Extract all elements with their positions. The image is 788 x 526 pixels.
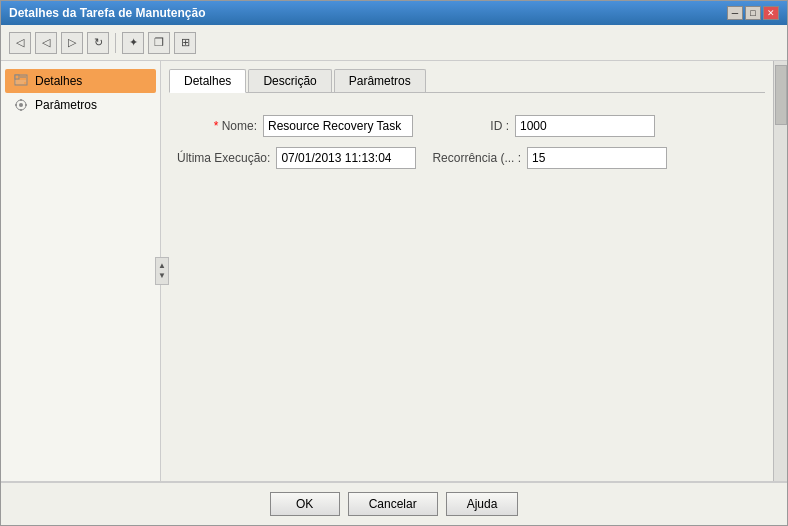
toolbar-action2-button[interactable]: ❐	[148, 32, 170, 54]
toolbar-back2-button[interactable]: ◁	[35, 32, 57, 54]
scrollbar-thumb	[775, 65, 787, 125]
svg-point-6	[19, 103, 23, 107]
main-window: Detalhes da Tarefa de Manutenção ─ □ ✕ ◁…	[0, 0, 788, 526]
help-button[interactable]: Ajuda	[446, 492, 519, 516]
sidebar-item-detalhes[interactable]: Detalhes	[5, 69, 156, 93]
svg-rect-1	[15, 75, 19, 79]
name-label: Nome:	[177, 119, 257, 133]
details-icon	[13, 73, 29, 89]
toolbar: ◁ ◁ ▷ ↻ ✦ ❐ ⊞	[1, 25, 787, 61]
id-input[interactable]	[515, 115, 655, 137]
collapse-arrow-down: ▼	[158, 272, 166, 280]
footer: OK Cancelar Ajuda	[1, 481, 787, 525]
window-title: Detalhes da Tarefa de Manutenção	[9, 6, 206, 20]
sidebar-detalhes-label: Detalhes	[35, 74, 82, 88]
sidebar-item-parametros[interactable]: Parâmetros	[5, 93, 156, 117]
form-group-execution: Última Execução:	[177, 147, 416, 169]
form-group-id: ID :	[429, 115, 655, 137]
right-scrollbar[interactable]	[773, 61, 787, 481]
minimize-button[interactable]: ─	[727, 6, 743, 20]
cancel-button[interactable]: Cancelar	[348, 492, 438, 516]
collapse-handle[interactable]: ▲ ▼	[155, 257, 169, 285]
tab-descricao[interactable]: Descrição	[248, 69, 331, 92]
toolbar-action3-button[interactable]: ⊞	[174, 32, 196, 54]
sidebar: Detalhes Parâmetros	[1, 61, 161, 481]
ok-button[interactable]: OK	[270, 492, 340, 516]
toolbar-separator	[115, 33, 116, 53]
form-content: Nome: ID : Última Execução: Rec	[169, 105, 765, 473]
collapse-arrow-up: ▲	[158, 262, 166, 270]
recurrence-input[interactable]	[527, 147, 667, 169]
toolbar-forward-button[interactable]: ▷	[61, 32, 83, 54]
tab-parametros[interactable]: Parâmetros	[334, 69, 426, 92]
name-input[interactable]	[263, 115, 413, 137]
sidebar-parametros-label: Parâmetros	[35, 98, 97, 112]
title-bar: Detalhes da Tarefa de Manutenção ─ □ ✕	[1, 1, 787, 25]
tab-detalhes[interactable]: Detalhes	[169, 69, 246, 93]
id-label: ID :	[429, 119, 509, 133]
execution-input[interactable]	[276, 147, 416, 169]
toolbar-refresh-button[interactable]: ↻	[87, 32, 109, 54]
form-group-name: Nome:	[177, 115, 413, 137]
main-body: Detalhes Parâmetros ▲ ▼	[1, 61, 787, 481]
toolbar-back-button[interactable]: ◁	[9, 32, 31, 54]
form-row-execution-recurrence: Última Execução: Recorrência (... :	[177, 147, 757, 169]
toolbar-action1-button[interactable]: ✦	[122, 32, 144, 54]
maximize-button[interactable]: □	[745, 6, 761, 20]
tab-bar: Detalhes Descrição Parâmetros	[169, 69, 765, 93]
execution-label: Última Execução:	[177, 151, 270, 165]
parametros-icon	[13, 97, 29, 113]
close-button[interactable]: ✕	[763, 6, 779, 20]
form-row-name-id: Nome: ID :	[177, 115, 757, 137]
window-controls: ─ □ ✕	[727, 6, 779, 20]
form-group-recurrence: Recorrência (... :	[432, 147, 667, 169]
recurrence-label: Recorrência (... :	[432, 151, 521, 165]
content-panel: Detalhes Descrição Parâmetros Nome: ID :	[161, 61, 773, 481]
